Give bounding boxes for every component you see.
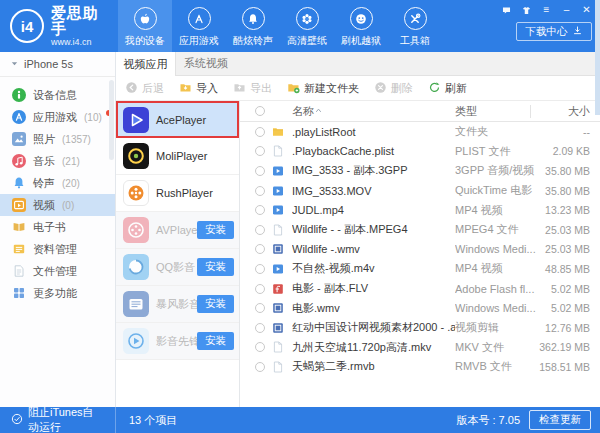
row-checkbox[interactable] [255,264,265,274]
nav-icon [350,7,373,30]
sidebar-item-device-info[interactable]: 设备信息 [0,84,115,106]
nav-item-ringtones[interactable]: 酷炫铃声 [226,0,280,52]
sidebar-item-photos[interactable]: 照片 (1357) [0,128,115,150]
device-selector[interactable]: iPhone 5s [0,52,115,77]
file-row[interactable]: 九州天空城11.720p高清.mkv MKV 文件 362.19 MB [240,338,600,358]
toolbar-button-new-folder[interactable]: 新建文件夹 [287,81,359,96]
sidebar-item-videos[interactable]: 视频 (0) [0,194,115,216]
row-checkbox[interactable] [255,342,265,352]
install-button[interactable]: 安装 [197,258,234,276]
player-app-row-xfplay[interactable]: 影音先锋 安装 [116,323,239,360]
window-control-icon-menu[interactable]: ≡ [541,5,552,16]
sidebar-scrollbar[interactable] [109,80,114,160]
sidebar-item-icon [12,132,26,146]
file-row[interactable]: IMG_3533.MOV QuickTime 电影 35.80 MB [240,181,600,201]
sidebar-item-icon [12,176,26,190]
toolbar-icon [179,81,192,96]
player-app-row-moliplayer[interactable]: MoliPlayer [116,138,239,175]
row-checkbox[interactable] [255,244,265,254]
row-checkbox[interactable] [255,127,265,137]
file-list: 名称 类型 大小 [240,101,600,407]
file-row[interactable]: IMG_3533 - 副本.3GPP 3GPP 音频/视频 35.80 MB [240,161,600,181]
file-row[interactable]: JUDL.mp4 MP4 视频 13.23 MB [240,200,600,220]
file-row[interactable]: .playListRoot 文件夹 -- [240,122,600,142]
sidebar-item-icon [12,88,26,102]
check-update-button[interactable]: 检查更新 [529,410,591,430]
nav-item-jailbreak[interactable]: 刷机越狱 [334,0,388,52]
sidebar-item-app-games[interactable]: 应用游戏 (10) [0,106,115,128]
app-logo[interactable]: i4 爱思助手 www.i4.cn [0,0,118,52]
row-checkbox[interactable] [255,303,265,313]
install-button[interactable]: 安装 [197,221,234,239]
tab-system-videos[interactable]: 系统视频 [176,52,236,75]
block-itunes-toggle[interactable]: 阻止iTunes自动运行 [0,407,116,433]
nav-item-wallpapers[interactable]: 高清壁纸 [280,0,334,52]
toolbar-button-export[interactable]: 导出 [233,81,272,96]
sidebar-item-ringtones[interactable]: 铃声 (20) [0,172,115,194]
sidebar-item-file-mgmt[interactable]: 文件管理 [0,260,115,282]
toolbar-button-back[interactable]: 后退 [125,81,164,96]
app-header: i4 爱思助手 www.i4.cn 我的设备 应用游戏 [0,0,600,52]
column-header-type[interactable]: 类型 [455,104,537,119]
row-checkbox[interactable] [255,284,265,294]
toolbar-button-delete[interactable]: 删除 [374,81,413,96]
toolbar-button-import[interactable]: 导入 [179,81,218,96]
row-checkbox[interactable] [255,205,265,215]
player-app-row-qqplayer[interactable]: QQ影音 安装 [116,249,239,286]
row-checkbox[interactable] [255,362,265,372]
download-center-button[interactable]: 下载中心 [516,22,592,41]
sidebar-item-more[interactable]: 更多功能 [0,282,115,304]
file-row[interactable]: 电影.wmv Windows Medi... 5.02 MB [240,298,600,318]
file-row[interactable]: .PlaybackCache.plist PLIST 文件 2.09 KB [240,142,600,162]
player-app-icon [123,254,149,280]
window-control-icon-minimize[interactable]: – [561,5,572,16]
sidebar-item-data-mgmt[interactable]: 资料管理 [0,238,115,260]
select-all-checkbox[interactable] [255,106,265,116]
row-checkbox[interactable] [255,323,265,333]
tab-bar: 视频应用 系统视频 [116,52,600,76]
toolbar-icon [233,81,246,96]
file-row[interactable]: 不自然-视频.m4v MP4 视频 48.85 MB [240,259,600,279]
player-app-row-avplayer[interactable]: AVPlayer 安装 [116,212,239,249]
row-checkbox[interactable] [255,166,265,176]
nav-icon [296,7,319,30]
file-type-icon [272,283,284,295]
file-row[interactable]: 天蝎第二季.rmvb RMVB 文件 158.51 MB [240,357,600,377]
nav-item-my-device[interactable]: 我的设备 [118,0,172,52]
window-control-icon-close[interactable]: ✕ [581,5,592,16]
file-row[interactable]: 电影 - 副本.FLV Adobe Flash fl... 5.02 MB [240,279,600,299]
player-app-row-aceplayer[interactable]: AcePlayer [116,101,239,138]
status-bar: 阻止iTunes自动运行 13 个项目 版本号 : 7.05 检查更新 [0,407,600,433]
items-count: 13 个项目 [129,413,177,428]
file-row[interactable]: Wildlife -.wmv Windows Medi... 25.03 MB [240,240,600,260]
player-app-row-baofeng[interactable]: 暴风影音 安装 [116,286,239,323]
sidebar-item-icon [12,242,26,256]
row-checkbox[interactable] [255,146,265,156]
file-row[interactable]: 红动中国设计网视频素材2000 - .avi 视频剪辑 12.76 MB [240,318,600,338]
install-button[interactable]: 安装 [197,295,234,313]
column-header-size[interactable]: 大小 [537,104,590,119]
row-checkbox[interactable] [255,225,265,235]
row-checkbox[interactable] [255,186,265,196]
player-app-row-rushplayer[interactable]: RushPlayer [116,175,239,212]
nav-item-app-games[interactable]: 应用游戏 [172,0,226,52]
window-control-icon-skin[interactable] [521,5,532,16]
sidebar: iPhone 5s 设备信息 应用游戏 (10) [0,52,116,407]
sidebar-item-ebooks[interactable]: 电子书 [0,216,115,238]
file-row[interactable]: Wildlife - - 副本.MPEG4 MPEG4 文件 25.03 MB [240,220,600,240]
i4-logo-badge: i4 [10,9,44,43]
toolbar-icon [428,81,441,96]
toolbar-button-refresh[interactable]: 刷新 [428,81,467,96]
window-control-icon-feedback[interactable] [501,5,512,16]
nav-item-toolbox[interactable]: 工具箱 [388,0,442,52]
file-type-icon [272,204,284,216]
column-header-name[interactable]: 名称 [292,104,314,119]
download-icon [572,25,583,38]
sidebar-item-music[interactable]: 音乐 (21) [0,150,115,172]
install-button[interactable]: 安装 [197,332,234,350]
nav-icon [404,7,427,30]
file-type-icon [272,145,284,157]
sort-asc-icon [314,105,333,117]
app-panel-scrollbar[interactable] [595,0,600,115]
tab-video-apps[interactable]: 视频应用 [116,52,176,76]
